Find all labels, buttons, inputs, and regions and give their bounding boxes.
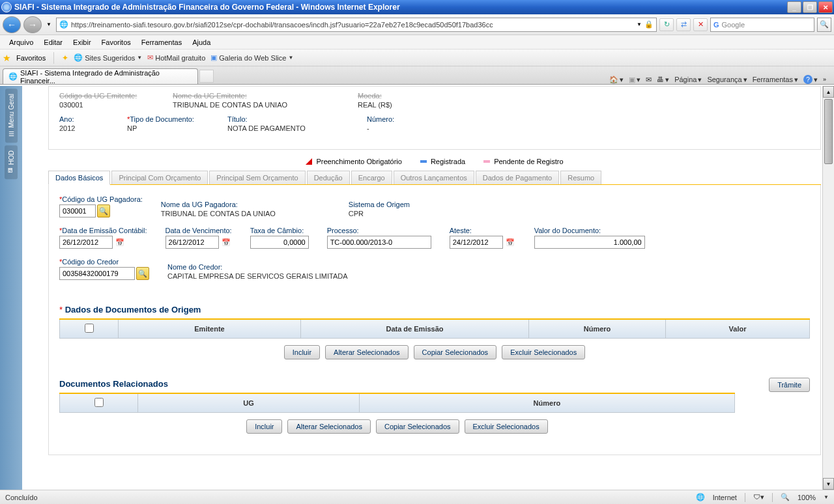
- minimize-button[interactable]: _: [787, 1, 801, 13]
- fav-galeria[interactable]: ▣ Galeria do Web Slice ▼: [210, 53, 293, 62]
- home-icon: 🏠: [609, 76, 618, 84]
- url-text: https://treinamento-siafi.tesouro.gov.br…: [71, 21, 634, 29]
- favorites-bar: ★ Favoritos ✦ 🌐 Sites Sugeridos ▼ ✉ HotM…: [0, 49, 834, 66]
- help-button[interactable]: ?▾: [803, 75, 818, 84]
- search-placeholder: Google: [722, 21, 745, 29]
- tab-title: SIAFI - Sistema Integrado de Administraç…: [20, 69, 192, 85]
- hotmail-icon: ✉: [147, 53, 153, 62]
- menu-editar[interactable]: Editar: [40, 37, 66, 48]
- ie-icon: [1, 2, 12, 12]
- new-tab-button[interactable]: [199, 70, 214, 83]
- browser-tabbar: 🌐 SIAFI - Sistema Integrado de Administr…: [0, 66, 834, 85]
- browser-tab-active[interactable]: 🌐 SIAFI - Sistema Integrado de Administr…: [3, 68, 198, 84]
- print-icon: 🖶: [657, 76, 664, 83]
- compat-button[interactable]: ⇄: [676, 18, 691, 31]
- menu-favoritos[interactable]: Favoritos: [98, 37, 135, 48]
- search-bar[interactable]: G Google: [710, 18, 814, 32]
- refresh-button[interactable]: ↻: [659, 18, 674, 31]
- address-dropdown[interactable]: ▼: [637, 21, 642, 27]
- page-menu[interactable]: Página ▾: [674, 76, 702, 84]
- security-menu[interactable]: Segurança ▾: [707, 76, 747, 84]
- nav-history-dropdown[interactable]: ▼: [44, 16, 53, 33]
- fav-hotmail[interactable]: ✉ HotMail gratuito: [147, 53, 205, 62]
- window-title: SIAFI - Sistema Integrado de Administraç…: [14, 3, 787, 12]
- help-icon: ?: [803, 75, 812, 84]
- forward-button[interactable]: →: [23, 16, 42, 33]
- navigation-bar: ← → ▼ 🌐 https://treinamento-siafi.tesour…: [0, 14, 834, 35]
- ie-link-icon: 🌐: [74, 53, 83, 62]
- window-titlebar: SIAFI - Sistema Integrado de Administraç…: [0, 0, 834, 14]
- home-button[interactable]: 🏠▾: [609, 76, 624, 84]
- tab-icon: 🌐: [8, 72, 18, 81]
- feeds-button[interactable]: ▣▾: [629, 76, 640, 84]
- maximize-button[interactable]: ❐: [803, 1, 817, 13]
- stop-button[interactable]: ✕: [693, 18, 708, 31]
- print-button[interactable]: 🖶▾: [657, 76, 669, 84]
- menu-bar: Arquivo Editar Exibir Favoritos Ferramen…: [0, 35, 834, 49]
- webslice-icon: ▣: [210, 53, 217, 62]
- back-button[interactable]: ←: [3, 16, 21, 33]
- tools-menu[interactable]: Ferramentas ▾: [753, 76, 798, 84]
- mail-button[interactable]: ✉: [646, 76, 652, 84]
- menu-ferramentas[interactable]: Ferramentas: [137, 37, 186, 48]
- add-favorite-icon[interactable]: ✦: [62, 53, 68, 63]
- search-button[interactable]: 🔍: [817, 18, 831, 32]
- fav-sites-sugeridos[interactable]: 🌐 Sites Sugeridos ▼: [74, 53, 142, 62]
- address-bar[interactable]: 🌐 https://treinamento-siafi.tesouro.gov.…: [56, 18, 657, 32]
- mail-icon: ✉: [646, 76, 652, 84]
- menu-exibir[interactable]: Exibir: [69, 37, 95, 48]
- rss-icon: ▣: [629, 76, 635, 84]
- ie-page-icon: 🌐: [59, 20, 68, 29]
- favorites-label: Favoritos: [16, 54, 46, 62]
- google-icon: G: [713, 21, 719, 29]
- menu-ajuda[interactable]: Ajuda: [188, 37, 214, 48]
- close-button[interactable]: ✕: [818, 1, 833, 13]
- menu-arquivo[interactable]: Arquivo: [5, 37, 37, 48]
- favorites-star-icon[interactable]: ★: [3, 53, 11, 63]
- lock-icon: 🔒: [644, 20, 654, 29]
- chevron-icon[interactable]: »: [823, 76, 826, 83]
